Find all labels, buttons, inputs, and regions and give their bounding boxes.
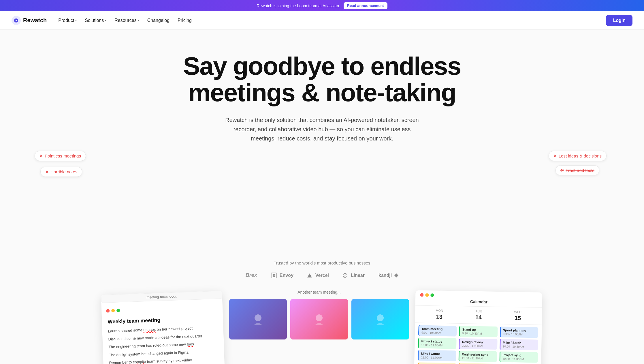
chevron-down-icon: ▾: [138, 19, 139, 22]
calendar-mockup: Calendar MON 13 TUE 14 WED 15 Team meeti…: [414, 290, 542, 364]
video-thumb-1: [229, 299, 287, 339]
trusted-logos: Brex E Envoy Vercel Linear kandji: [12, 272, 632, 278]
cal-col-mon: Team meeting 9:30 - 10:00AM Project stat…: [417, 325, 458, 364]
hero-subtitle: Rewatch is the only solution that combin…: [224, 115, 420, 143]
cal-event: Project sync 10:30 - 11:30PM: [499, 351, 538, 363]
video-thumb-2: [290, 299, 348, 339]
video-label: Another team meeting...: [297, 290, 340, 294]
notes-line: The engineering team has roled out some …: [108, 340, 218, 350]
notes-content: Weekly team meeting Lauren shared some u…: [102, 310, 225, 364]
svg-point-7: [377, 314, 384, 321]
nav-link-solutions[interactable]: Solutions ▾: [85, 18, 106, 23]
logo-brex: Brex: [246, 272, 257, 278]
logo-envoy: E Envoy: [271, 273, 293, 278]
nav-link-pricing[interactable]: Pricing: [178, 18, 192, 23]
calendar-events: Team meeting 9:30 - 10:00AM Project stat…: [414, 323, 542, 364]
x-icon: ✕: [560, 168, 564, 173]
nav-link-changelog[interactable]: Changelog: [147, 18, 170, 23]
tag-pointless-meetings: ✕ Pointless meetings: [35, 151, 86, 161]
video-thumbs: [229, 299, 409, 339]
trusted-section: Trusted by the world's most productive b…: [0, 255, 644, 290]
dot-yellow: [111, 309, 115, 312]
chevron-down-icon: ▾: [75, 19, 77, 22]
video-area: Another team meeting...: [229, 290, 409, 364]
dot-green: [116, 309, 120, 312]
navbar: Rewatch Product ▾ Solutions ▾ Resources …: [0, 11, 644, 30]
nav-link-product[interactable]: Product ▾: [58, 18, 77, 23]
logo-kandji: kandji: [379, 273, 398, 278]
dot-red: [420, 293, 423, 297]
login-button[interactable]: Login: [606, 15, 632, 26]
dot-yellow: [425, 293, 429, 297]
hero-title: Say goodbye to endless meetings & note-t…: [178, 53, 466, 106]
cal-event: Mike / Conor 11:00 - 11:30AM: [418, 350, 456, 361]
chevron-down-icon: ▾: [105, 19, 106, 22]
notes-filename: meeting-notes.docx: [101, 291, 222, 303]
dot-red: [106, 309, 110, 312]
cal-col-tue: Stand up 9:30 - 10:30AM Design review 10…: [457, 326, 499, 364]
tag-fractured-tools: ✕ Fractured tools: [556, 165, 599, 175]
logo-icon: [12, 16, 21, 25]
nav-logo[interactable]: Rewatch: [12, 16, 47, 25]
tag-lost-ideas: ✕ Lost ideas & decisions: [549, 151, 607, 161]
notes-line: Discussed some new roadmap ideas for the…: [108, 333, 218, 342]
cal-event: Team meeting 9:30 - 10:00AM: [418, 325, 457, 336]
dot-green: [430, 293, 434, 297]
nav-links: Product ▾ Solutions ▾ Resources ▾ Change…: [58, 18, 606, 23]
calendar-header: MON 13 TUE 14 WED 15: [415, 305, 542, 325]
announcement-cta[interactable]: Read announcement: [344, 2, 387, 9]
cal-event: GTM weekly 11:30 -: [418, 362, 456, 364]
x-icon: ✕: [553, 154, 557, 158]
cal-event: Project status 10:00 - 11:00AM: [418, 337, 457, 349]
nav-link-resources[interactable]: Resources ▾: [114, 18, 139, 23]
svg-line-4: [343, 274, 347, 277]
notes-title: Weekly team meeting: [108, 315, 217, 325]
cal-event: Stand up 9:30 - 10:30AM: [459, 326, 498, 337]
notes-mockup: meeting-notes.docx Weekly team meeting L…: [101, 291, 225, 364]
x-icon: ✕: [39, 154, 43, 158]
x-icon: ✕: [45, 170, 49, 174]
announcement-text: Rewatch is joining the Loom team at Atla…: [257, 3, 340, 8]
svg-point-5: [255, 314, 261, 321]
cal-day-wed: WED 15: [498, 310, 538, 322]
cal-day-mon: MON 13: [420, 308, 459, 320]
cal-day-tue: TUE 14: [459, 309, 498, 321]
trusted-label: Trusted by the world's most productive b…: [12, 260, 632, 265]
cal-event: Engineering sync 11:00 - 11:30AM: [459, 351, 497, 362]
notes-line: Remember to compite team survey by next …: [109, 356, 219, 364]
cal-event: Sprint planning 9:30 - 10:00AM: [500, 327, 538, 338]
svg-marker-2: [307, 273, 312, 277]
hero-section: Say goodbye to endless meetings & note-t…: [0, 30, 644, 255]
svg-point-6: [316, 314, 323, 321]
logo-text: Rewatch: [23, 17, 47, 24]
notes-line: Lauren shared some updaes on her newest …: [108, 324, 217, 334]
tag-horrible-notes: ✕ Horrible notes: [40, 167, 82, 177]
cal-event: Mike / Sarah 10:00 - 10:30AM: [500, 339, 538, 350]
notes-line: The design system has changed again in F…: [109, 348, 218, 358]
video-thumb-3: [351, 299, 409, 339]
mockup-area: meeting-notes.docx Weekly team meeting L…: [0, 290, 644, 364]
logo-vercel: Vercel: [307, 273, 329, 278]
announcement-bar: Rewatch is joining the Loom team at Atla…: [0, 0, 644, 11]
cal-col-wed: Sprint planning 9:30 - 10:00AM Mike / Sa…: [498, 327, 539, 364]
logo-linear: Linear: [343, 273, 365, 278]
cal-event: Design review 10:30 - 11:00AM: [459, 338, 497, 350]
